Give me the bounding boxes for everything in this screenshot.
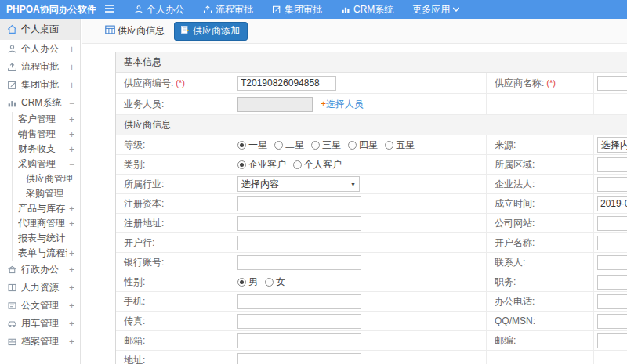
sidebar-item-reports-stats[interactable]: 报表与统计 <box>13 231 80 246</box>
sidebar-item-customer-mgmt[interactable]: 客户管理 + <box>13 112 80 127</box>
sidebar-item-finance[interactable]: 财务收支 + <box>13 142 80 157</box>
fax-input[interactable] <box>237 314 361 329</box>
sidebar-item-product-stock[interactable]: 产品与库存 + <box>13 201 80 216</box>
expand-toggle[interactable]: + <box>67 80 74 91</box>
tab-supplier-info[interactable]: 供应商信息 <box>105 24 165 38</box>
fax-label: 传真: <box>124 315 145 328</box>
sidebar-item-personal-desktop[interactable]: 个人桌面 <box>0 19 80 40</box>
supplier-code-input[interactable] <box>237 76 336 91</box>
founded-date-input[interactable] <box>597 196 627 211</box>
nav-item-workflow-approval[interactable]: 流程审批 <box>203 3 253 16</box>
supplier-name-input[interactable] <box>597 76 627 91</box>
sidebar-item-label: 用车管理 <box>21 317 67 330</box>
industry-select[interactable]: 选择内容▼ <box>237 176 360 192</box>
expand-toggle[interactable]: + <box>67 218 74 229</box>
crm-submenu: 客户管理 + 销售管理 + 财务收支 + 采购管理 − 供应商管理 采购管理 产… <box>12 112 80 261</box>
sidebar-item-supplier-mgmt[interactable]: 供应商管理 <box>20 171 80 186</box>
radio-option[interactable]: 二星 <box>274 139 304 152</box>
choose-person-link[interactable]: 选择人员 <box>326 98 364 111</box>
region-input[interactable] <box>597 157 627 172</box>
nav-item-more-apps[interactable]: 更多应用 <box>412 3 459 16</box>
expand-toggle[interactable]: + <box>67 248 74 259</box>
radio-icon <box>293 160 302 169</box>
sidebar-item-label: 客户管理 <box>18 113 67 126</box>
expand-toggle[interactable]: + <box>67 337 74 348</box>
sidebar-item-form-flow-settings[interactable]: 表单与流程设置 + <box>13 246 80 261</box>
qq-msn-input[interactable] <box>597 314 627 329</box>
account-name-input[interactable] <box>597 236 627 250</box>
company-website-label: 公司网站: <box>495 217 535 230</box>
registered-capital-input[interactable] <box>237 196 361 211</box>
radio-selected-icon <box>237 278 246 287</box>
sidebar-item-admin-office[interactable]: 行政办公 + <box>0 261 80 279</box>
tab-supplier-add[interactable]: 供应商添加 <box>174 22 248 41</box>
registered-address-label: 注册地址: <box>124 217 164 230</box>
source-select[interactable]: 选择内容▼ <box>597 137 627 153</box>
registered-address-input[interactable] <box>237 216 361 231</box>
sidebar-item-label: 采购管理 <box>18 157 67 171</box>
bank-branch-input[interactable] <box>237 236 361 250</box>
radio-option[interactable]: 五星 <box>385 139 415 152</box>
sidebar-item-purchase-mgmt[interactable]: 采购管理 − <box>13 157 80 171</box>
radio-option[interactable]: 一星 <box>237 139 267 152</box>
expand-toggle[interactable]: + <box>67 62 74 73</box>
sidebar-item-personal-office[interactable]: 个人办公 + <box>0 40 80 58</box>
expand-toggle[interactable]: + <box>67 283 74 294</box>
sidebar-item-label: 产品与库存 <box>18 202 67 215</box>
supplier-add-form: 基本信息 供应商编号: (*) 供应商名称: (*) 业务人员: <box>115 52 627 364</box>
radio-option[interactable]: 女 <box>265 276 285 289</box>
sidebar-item-label: 流程审批 <box>21 60 67 74</box>
sales-person-input[interactable] <box>237 97 313 112</box>
collapse-toggle[interactable]: − <box>67 159 74 170</box>
sidebar-item-workflow-approval[interactable]: 流程审批 + <box>0 58 80 76</box>
form-row: 注册资本: 成立时间: <box>116 194 627 214</box>
postcode-input[interactable] <box>597 333 627 348</box>
address-input[interactable] <box>237 353 361 364</box>
radio-option[interactable]: 三星 <box>311 139 341 152</box>
company-website-input[interactable] <box>597 216 627 231</box>
sidebar-item-document-mgmt[interactable]: 公文管理 + <box>0 297 80 315</box>
sidebar-item-vehicle-mgmt[interactable]: 用车管理 + <box>0 315 80 333</box>
doc-icon <box>7 301 17 311</box>
sidebar-item-sales-mgmt[interactable]: 销售管理 + <box>13 127 80 142</box>
expand-toggle[interactable]: + <box>67 319 74 330</box>
office-phone-input[interactable] <box>597 294 627 309</box>
mobile-input[interactable] <box>237 294 361 309</box>
radio-option[interactable]: 个人客户 <box>293 158 342 171</box>
menu-toggle-button[interactable] <box>104 2 115 16</box>
radio-option[interactable]: 男 <box>237 276 258 289</box>
bank-account-input[interactable] <box>237 255 361 270</box>
collapse-toggle[interactable]: − <box>67 98 74 109</box>
radio-option[interactable]: 企业客户 <box>237 158 286 171</box>
radio-option[interactable]: 四星 <box>348 139 378 152</box>
nav-item-personal-office[interactable]: 个人办公 <box>134 3 184 16</box>
nav-item-crm-system[interactable]: CRM系统 <box>341 3 393 16</box>
sidebar-item-purchase[interactable]: 采购管理 <box>20 186 80 201</box>
industry-label: 所属行业: <box>124 178 164 191</box>
radio-icon <box>385 141 393 150</box>
nav-item-group-approval[interactable]: 集团审批 <box>272 3 322 16</box>
legal-person-input[interactable] <box>597 177 627 192</box>
expand-toggle[interactable]: + <box>67 129 74 140</box>
expand-toggle[interactable]: + <box>67 265 74 276</box>
contact-person-input[interactable] <box>597 255 627 270</box>
sidebar-item-label: 档案管理 <box>21 335 67 348</box>
user-icon <box>7 44 17 54</box>
sidebar-item-archive-mgmt[interactable]: 档案管理 + <box>0 333 80 351</box>
expand-toggle[interactable]: + <box>67 301 74 312</box>
position-input[interactable] <box>597 275 627 290</box>
sidebar-item-human-resources[interactable]: 人力资源 + <box>0 279 80 297</box>
expand-toggle[interactable]: + <box>67 44 74 55</box>
chart-icon <box>7 98 17 108</box>
expand-toggle[interactable]: + <box>67 204 74 214</box>
expand-toggle[interactable]: + <box>67 114 74 125</box>
sidebar-item-crm-system[interactable]: CRM系统 − <box>0 94 80 112</box>
home-icon <box>7 24 17 34</box>
form-row: 性别: 男 女 职务: <box>116 272 627 292</box>
sidebar-item-agent-mgmt[interactable]: 代理商管理 + <box>13 216 80 231</box>
sidebar-item-group-approval[interactable]: 集团审批 + <box>0 76 80 94</box>
expand-toggle[interactable]: + <box>67 144 74 155</box>
radio-icon <box>348 141 357 150</box>
radio-icon <box>274 141 283 150</box>
email-input[interactable] <box>237 333 361 348</box>
